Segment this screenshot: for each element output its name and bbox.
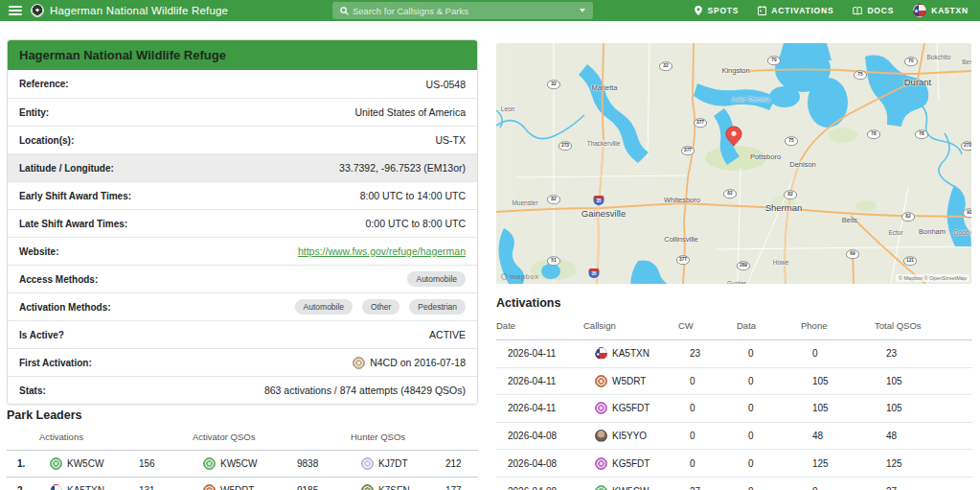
field-label: Access Methods: <box>19 274 98 285</box>
avatar-k7sen <box>361 484 374 490</box>
activation-row: 2026-04-08KI5YYO004848 <box>496 423 972 451</box>
activation-date: 2026-04-11 <box>508 348 595 359</box>
park-leaders-header: Activations Activator QSOs Hunter QSOs <box>7 422 478 450</box>
field-value: 33.7392, -96.7523 (EM13or) <box>339 162 466 174</box>
highway-shield-icon: 32 <box>659 61 672 71</box>
field-label: Latitude / Longitude: <box>19 163 114 174</box>
search-dropdown-caret-icon[interactable] <box>580 9 585 12</box>
callsign-cell: KW5CW <box>203 457 297 470</box>
highway-shield-icon: 377 <box>681 146 695 155</box>
park-field-row: Location(s):US-TX <box>8 126 477 153</box>
qso-count: 131 <box>139 485 203 490</box>
field-value-text: N4CD on 2016-07-18 <box>370 357 466 368</box>
nav-docs-label: DOCS <box>867 6 894 15</box>
activation-cw: 0 <box>690 376 748 386</box>
field-label: Activation Methods: <box>19 302 111 313</box>
field-label: Late Shift Award Times: <box>19 219 127 229</box>
nav-docs[interactable]: DOCS <box>853 6 894 15</box>
field-label: Entity: <box>19 107 49 118</box>
park-field-row: Entity:United States of America <box>8 98 477 126</box>
nav-activations[interactable]: ACTIVATIONS <box>758 6 833 15</box>
highway-shield-icon: 32 <box>547 80 560 89</box>
qso-count: 156 <box>139 458 203 469</box>
user-menu[interactable]: KA5TXN <box>913 4 969 17</box>
callsign-label: KA5TXN <box>67 485 104 490</box>
col-total-qsos: Total QSOs <box>875 320 972 331</box>
highway-shield-icon: 69 <box>846 249 859 259</box>
leader-rank: 1. <box>17 458 50 469</box>
field-value-text: 0:00 UTC to 8:00 UTC <box>366 218 466 229</box>
qso-count: 9185 <box>297 485 361 490</box>
nav-spots[interactable]: SPOTS <box>695 6 739 15</box>
field-value-text: 863 activations / 874 attempts (48429 QS… <box>264 385 466 396</box>
search-input[interactable] <box>349 6 580 16</box>
activation-phone: 125 <box>812 458 886 469</box>
callsign-label: KG5FDT <box>612 458 650 469</box>
park-field-row: Late Shift Award Times:0:00 UTC to 8:00 … <box>8 209 477 237</box>
callsign-label: KW5CW <box>220 458 257 469</box>
activation-date: 2026-04-08 <box>508 431 595 441</box>
qso-count: 9838 <box>297 458 361 469</box>
park-map[interactable]: BokchitoBenKingstonDurantMariettaLake Te… <box>496 43 971 284</box>
mapbox-logo[interactable]: mapbox <box>501 272 539 281</box>
avatar-ki5yyo <box>595 430 607 442</box>
activation-cw: 23 <box>690 348 748 359</box>
avatar-w5drt <box>203 484 216 490</box>
field-value: https://www.fws.gov/refuge/hagerman <box>298 245 466 257</box>
activation-data: 0 <box>748 458 812 469</box>
activation-row: 2026-04-11KG5FDT00105105 <box>496 395 972 423</box>
highway-shield-icon: 75 <box>785 136 798 146</box>
callsign-cell: KA5TXN <box>50 484 139 490</box>
brand[interactable]: Hagerman National Wildlife Refuge <box>31 4 228 17</box>
leader-row: 1.KW5CW156KW5CW9838KJ7DT212 <box>7 450 478 477</box>
callsign-label: KG5FDT <box>612 403 650 413</box>
park-leaders-section: Park Leaders Activations Activator QSOs … <box>7 408 478 490</box>
field-value: 863 activations / 874 attempts (48429 QS… <box>264 385 466 396</box>
menu-icon[interactable] <box>9 6 22 15</box>
highway-shield-icon: 92 <box>963 208 971 218</box>
activations-heading: Activations <box>496 296 972 310</box>
activation-cw: 27 <box>690 486 748 490</box>
callsign-label: W5DRT <box>612 376 646 386</box>
activation-data: 0 <box>748 376 812 386</box>
method-badge: Automobile <box>295 299 353 315</box>
qso-count: 177 <box>445 485 478 490</box>
method-badge: Other <box>362 299 399 315</box>
park-website-link[interactable]: https://www.fws.gov/refuge/hagerman <box>298 245 466 257</box>
highway-shield-icon: 70 <box>904 57 918 66</box>
activation-cw: 0 <box>690 403 748 413</box>
map-attribution[interactable]: © Mapbox © OpenStreetMap <box>896 274 969 282</box>
park-leaders-heading: Park Leaders <box>7 408 478 422</box>
calendar-icon <box>758 6 766 15</box>
activation-total: 23 <box>886 348 972 359</box>
col-cw: CW <box>678 320 737 331</box>
park-title: Hagerman National Wildlife Refuge <box>8 40 477 70</box>
callsign-cell: W5DRT <box>203 484 297 490</box>
highway-shield-icon: 121 <box>903 256 917 266</box>
field-value: United States of America <box>354 106 466 118</box>
field-value: Automobile <box>402 271 466 287</box>
highway-shield-icon: 78 <box>867 129 880 139</box>
activation-row: 2026-04-11KA5TXN230023 <box>496 340 972 368</box>
search-box[interactable] <box>332 2 593 19</box>
field-value-text: ACTIVE <box>429 329 466 340</box>
field-value: N4CD on 2016-07-18 <box>353 357 466 369</box>
user-avatar <box>913 4 926 17</box>
activation-data: 0 <box>748 431 812 441</box>
activation-cw: 0 <box>690 458 748 469</box>
highway-shield-icon: 377 <box>694 118 707 128</box>
highway-shield-icon: 82 <box>723 189 737 198</box>
callsign-cell: KI5YYO <box>595 430 690 442</box>
method-badge: Pedestrian <box>409 299 466 315</box>
activation-data: 0 <box>748 348 812 359</box>
map-marker-icon[interactable] <box>725 126 743 151</box>
mapbox-logo-text: mapbox <box>510 272 539 281</box>
highway-shield-icon: 273 <box>558 141 572 151</box>
field-label: Is Active? <box>19 330 64 340</box>
avatar-w5drt <box>595 375 607 387</box>
interstate-shield-icon: 35 <box>589 268 600 278</box>
field-value: US-0548 <box>426 79 466 90</box>
avatar-kg5fdt <box>595 402 607 414</box>
activation-date: 2026-04-11 <box>508 403 595 413</box>
field-label: Stats: <box>19 385 46 396</box>
